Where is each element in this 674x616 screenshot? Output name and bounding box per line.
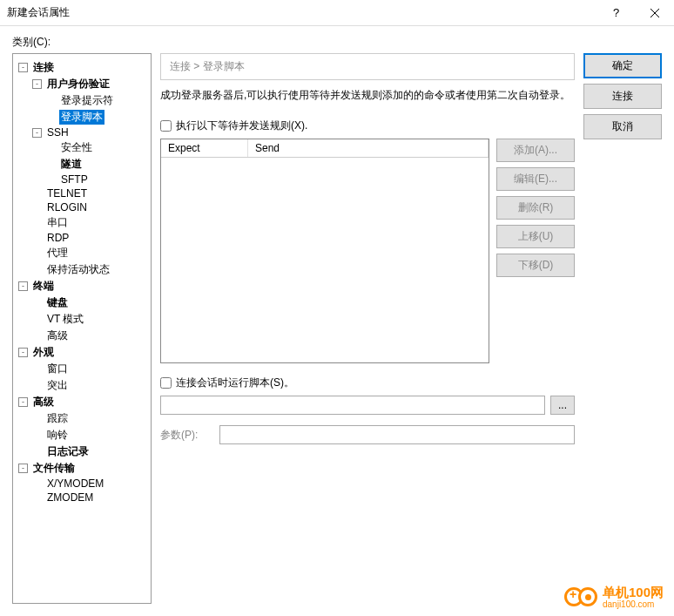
- close-button[interactable]: [635, 0, 674, 26]
- params-input: [219, 425, 575, 444]
- connect-button[interactable]: 连接: [583, 84, 662, 109]
- tree-item-label: 登录提示符: [59, 93, 115, 108]
- tree-spacer: [32, 447, 42, 457]
- tree-item[interactable]: 登录提示符: [13, 92, 151, 109]
- tree-item[interactable]: X/YMODEM: [13, 477, 151, 491]
- tree-item[interactable]: 保持活动状态: [13, 261, 151, 278]
- tree-item[interactable]: 隧道: [13, 156, 151, 173]
- tree-item[interactable]: -终端: [13, 278, 151, 294]
- collapse-icon[interactable]: -: [32, 128, 42, 138]
- tree-spacer: [32, 203, 42, 213]
- tree-item-label: 代理: [45, 246, 70, 261]
- edit-button[interactable]: 编辑(E)...: [496, 167, 575, 191]
- tree-item-label: 串口: [45, 215, 70, 230]
- tree-item[interactable]: -用户身份验证: [13, 76, 151, 92]
- tree-item[interactable]: 窗口: [13, 361, 151, 377]
- tree-spacer: [32, 331, 42, 341]
- tree-item[interactable]: ZMODEM: [13, 491, 151, 504]
- cancel-button[interactable]: 取消: [583, 114, 662, 139]
- tree-spacer: [32, 265, 42, 274]
- tree-item-label: VT 模式: [45, 312, 85, 327]
- tree-item[interactable]: -文件传输: [13, 460, 151, 477]
- ellipsis-icon: ...: [558, 399, 567, 411]
- tree-item[interactable]: 串口: [13, 214, 151, 231]
- tree-item-label: 保持活动状态: [45, 262, 111, 277]
- tree-item-label: SSH: [45, 126, 71, 139]
- tree-item[interactable]: 键盘: [13, 294, 151, 311]
- tree-item-label: RLOGIN: [45, 201, 89, 213]
- tree-spacer: [32, 479, 42, 489]
- move-up-button[interactable]: 上移(U): [496, 225, 575, 248]
- tree-item-label: X/YMODEM: [45, 477, 105, 490]
- tree-item-label: TELNET: [45, 187, 89, 200]
- tree-item[interactable]: RDP: [13, 231, 151, 245]
- tree-spacer: [32, 364, 42, 374]
- tree-item[interactable]: -外观: [13, 344, 151, 361]
- execute-rules-label: 执行以下等待并发送规则(X).: [176, 118, 307, 133]
- tree-item[interactable]: VT 模式: [13, 311, 151, 328]
- tree-item[interactable]: 安全性: [13, 139, 151, 156]
- delete-button[interactable]: 删除(R): [496, 196, 575, 220]
- tree-item-label: 隧道: [59, 157, 84, 172]
- tree-spacer: [32, 298, 42, 308]
- titlebar: 新建会话属性 ?: [0, 0, 674, 26]
- execute-rules-checkbox[interactable]: 执行以下等待并发送规则(X).: [160, 118, 575, 133]
- tree-item[interactable]: 突出: [13, 377, 151, 394]
- add-button[interactable]: 添加(A)...: [496, 139, 575, 162]
- tree-item-label: 日志记录: [45, 444, 91, 459]
- help-button[interactable]: ?: [596, 0, 635, 26]
- ok-button[interactable]: 确定: [583, 53, 662, 78]
- tree-item-label: 终端: [31, 279, 56, 294]
- tree-item[interactable]: TELNET: [13, 186, 151, 200]
- category-label: 类别(C):: [12, 35, 662, 50]
- tree-spacer: [32, 315, 42, 324]
- browse-button[interactable]: ...: [550, 396, 575, 415]
- tree-spacer: [46, 96, 56, 105]
- tree-item-label: 响铃: [45, 428, 70, 443]
- collapse-icon[interactable]: -: [18, 348, 28, 357]
- collapse-icon[interactable]: -: [18, 281, 28, 291]
- tree-spacer: [32, 218, 42, 227]
- run-script-input[interactable]: [160, 377, 172, 389]
- col-expect[interactable]: Expect: [161, 139, 248, 157]
- tree-spacer: [32, 493, 42, 503]
- params-label: 参数(P):: [160, 428, 212, 443]
- collapse-icon[interactable]: -: [18, 464, 28, 473]
- tree-item[interactable]: 日志记录: [13, 443, 151, 460]
- category-tree[interactable]: -连接-用户身份验证登录提示符登录脚本-SSH安全性隧道SFTPTELNETRL…: [12, 53, 152, 604]
- rules-table[interactable]: Expect Send: [160, 139, 489, 363]
- tree-spacer: [32, 234, 42, 243]
- execute-rules-input[interactable]: [160, 120, 172, 132]
- tree-item[interactable]: SFTP: [13, 173, 151, 186]
- script-path-input[interactable]: [160, 396, 545, 415]
- tree-item[interactable]: RLOGIN: [13, 200, 151, 214]
- rules-table-header: Expect Send: [161, 139, 489, 158]
- tree-item[interactable]: 登录脚本: [13, 109, 151, 125]
- tree-spacer: [32, 430, 42, 440]
- tree-item[interactable]: -SSH: [13, 125, 151, 139]
- collapse-icon[interactable]: -: [32, 79, 42, 89]
- collapse-icon[interactable]: -: [18, 397, 28, 407]
- tree-spacer: [32, 381, 42, 390]
- tree-item[interactable]: -高级: [13, 394, 151, 410]
- tree-item-label: 用户身份验证: [45, 77, 111, 91]
- tree-item-label: 高级: [45, 328, 70, 343]
- breadcrumb: 连接 > 登录脚本: [160, 53, 575, 80]
- tree-item-label: SFTP: [59, 173, 90, 186]
- move-down-button[interactable]: 下移(D): [496, 254, 575, 277]
- tree-item-label: 键盘: [45, 295, 70, 310]
- col-send[interactable]: Send: [248, 139, 489, 157]
- tree-item[interactable]: 跟踪: [13, 410, 151, 427]
- tree-item[interactable]: 代理: [13, 245, 151, 261]
- collapse-icon[interactable]: -: [18, 63, 28, 72]
- tree-item[interactable]: -连接: [13, 59, 151, 76]
- tree-item-label: 连接: [31, 60, 56, 75]
- tree-item[interactable]: 高级: [13, 328, 151, 344]
- svg-text:?: ?: [613, 7, 619, 19]
- tree-item-label: RDP: [45, 232, 71, 244]
- tree-spacer: [32, 414, 42, 423]
- tree-item[interactable]: 响铃: [13, 427, 151, 443]
- run-script-checkbox[interactable]: 连接会话时运行脚本(S)。: [160, 376, 575, 390]
- tree-item-label: 外观: [31, 345, 56, 360]
- tree-spacer: [46, 143, 56, 152]
